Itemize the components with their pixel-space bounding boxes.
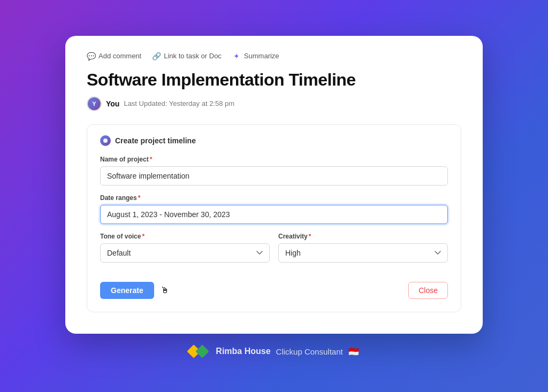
footer: Rimba House Clickup Consultant 🇮🇩 [65, 347, 483, 357]
toolbar: 💬 Add comment 🔗 Link to task or Doc ✦ Su… [87, 52, 461, 60]
project-name-field-group: Name of project* [100, 156, 448, 186]
tone-col: Tone of voice* Default Professional Casu… [100, 233, 270, 263]
generate-button[interactable]: Generate [100, 282, 154, 299]
add-comment-btn[interactable]: 💬 Add comment [87, 52, 141, 60]
date-ranges-field-group: Date ranges* [100, 194, 448, 224]
author-row: Y You Last Updated: Yesterday at 2:58 pm [87, 96, 461, 111]
creativity-label: Creativity* [278, 233, 448, 240]
summarize-label: Summarize [244, 52, 279, 60]
page-wrapper: 💬 Add comment 🔗 Link to task or Doc ✦ Su… [65, 36, 483, 357]
sparkle-icon: ✦ [232, 52, 241, 60]
footer-flag: 🇮🇩 [348, 347, 359, 357]
avatar: Y [87, 96, 102, 111]
link-task-btn[interactable]: 🔗 Link to task or Doc [152, 52, 222, 60]
comment-icon: 💬 [87, 52, 95, 60]
summarize-btn[interactable]: ✦ Summarize [232, 52, 279, 60]
close-button[interactable]: Close [408, 282, 448, 299]
cursor-icon: 🖱 [161, 286, 169, 295]
form-card-title: Create project timeline [115, 136, 196, 145]
main-card: 💬 Add comment 🔗 Link to task or Doc ✦ Su… [65, 36, 483, 334]
link-icon: 🔗 [152, 52, 161, 60]
date-ranges-input[interactable] [100, 205, 448, 224]
project-name-input[interactable] [100, 166, 448, 186]
creativity-col: Creativity* Low Medium High Very High [278, 233, 448, 263]
diamond-right-icon [196, 344, 209, 358]
form-card: Create project timeline Name of project*… [87, 124, 461, 312]
footer-logo [189, 347, 207, 356]
add-comment-label: Add comment [98, 52, 141, 60]
actions-row: Generate 🖱 Close [100, 282, 448, 299]
page-title: Software Implementation Timeline [87, 70, 461, 90]
link-task-label: Link to task or Doc [164, 52, 222, 60]
form-card-header: Create project timeline [100, 135, 448, 146]
tone-label: Tone of voice* [100, 233, 270, 240]
tone-creativity-row: Tone of voice* Default Professional Casu… [100, 233, 448, 271]
footer-subtitle: Clickup Consultant [276, 347, 343, 356]
date-ranges-label: Date ranges* [100, 194, 448, 202]
form-card-icon [100, 135, 111, 146]
creativity-select[interactable]: Low Medium High Very High [278, 243, 448, 263]
tone-select[interactable]: Default Professional Casual Formal Frien… [100, 243, 270, 263]
project-name-label: Name of project* [100, 156, 448, 163]
author-name: You [106, 99, 119, 108]
author-meta: Last Updated: Yesterday at 2:58 pm [124, 99, 234, 107]
generate-wrapper: Generate 🖱 [100, 282, 169, 299]
footer-brand: Rimba House [216, 347, 270, 356]
